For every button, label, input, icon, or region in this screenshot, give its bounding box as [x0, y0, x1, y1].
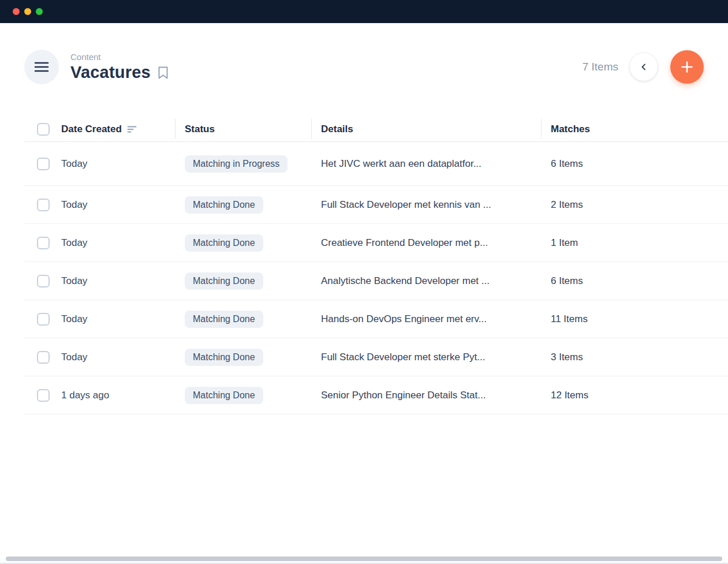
horizontal-scrollbar[interactable] — [6, 556, 722, 561]
column-header-date-created[interactable]: Date Created — [61, 117, 175, 141]
table-row[interactable]: Today Matching Done Creatieve Frontend D… — [24, 224, 728, 262]
select-all-checkbox[interactable] — [37, 123, 50, 136]
matches-cell: 6 Items — [541, 158, 728, 170]
details-cell: Analytische Backend Developer met ... — [311, 275, 541, 287]
date-created-cell: Today — [61, 158, 175, 170]
row-checkbox[interactable] — [37, 351, 50, 364]
table-row[interactable]: 1 days ago Matching Done Senior Python E… — [24, 376, 728, 414]
date-created-cell: 1 days ago — [61, 390, 175, 401]
row-checkbox[interactable] — [37, 313, 50, 326]
column-header-details[interactable]: Details — [311, 117, 541, 141]
status-cell: Matching Done — [175, 234, 311, 252]
table-row[interactable]: Today Matching in Progress Het JIVC werk… — [24, 142, 728, 186]
table-row[interactable]: Today Matching Done Full Stack Developer… — [24, 338, 728, 376]
row-checkbox-cell — [24, 389, 61, 402]
collapse-panel-button[interactable] — [630, 53, 658, 81]
row-checkbox-cell — [24, 313, 61, 326]
details-cell: Het JIVC werkt aan een dataplatfor... — [311, 158, 541, 170]
items-count: 7 Items — [583, 61, 618, 73]
breadcrumb: Content — [70, 52, 169, 62]
status-cell: Matching Done — [175, 311, 311, 328]
row-checkbox[interactable] — [37, 237, 50, 249]
matches-cell: 2 Items — [541, 199, 728, 211]
matches-cell: 1 Item — [541, 237, 728, 249]
zoom-window-icon[interactable] — [36, 8, 43, 15]
matches-cell: 6 Items — [541, 275, 728, 287]
column-header-details-label: Details — [321, 124, 353, 135]
sort-icon[interactable] — [127, 125, 137, 133]
plus-icon — [680, 59, 695, 74]
matches-cell: 3 Items — [541, 352, 728, 363]
row-checkbox[interactable] — [37, 389, 50, 402]
close-window-icon[interactable] — [13, 8, 20, 15]
row-checkbox[interactable] — [37, 275, 50, 287]
row-checkbox-cell — [24, 199, 61, 211]
add-item-button[interactable] — [670, 50, 704, 84]
chevron-left-icon — [638, 61, 649, 73]
status-badge: Matching Done — [185, 196, 263, 214]
vacatures-table: Date Created Status Details Matches Toda… — [0, 117, 728, 414]
row-checkbox[interactable] — [37, 158, 50, 170]
status-cell: Matching Done — [175, 272, 311, 290]
details-cell: Full Stack Developer met sterke Pyt... — [311, 352, 541, 363]
row-checkbox-cell — [24, 237, 61, 249]
details-cell: Creatieve Frontend Developer met p... — [311, 237, 541, 249]
table-row[interactable]: Today Matching Done Full Stack Developer… — [24, 186, 728, 224]
details-cell: Full Stack Developer met kennis van ... — [311, 199, 541, 211]
details-cell: Hands-on DevOps Engineer met erv... — [311, 313, 541, 325]
row-checkbox-cell — [24, 158, 61, 170]
table-header-row: Date Created Status Details Matches — [24, 117, 728, 142]
details-cell: Senior Python Engineer Details Stat... — [311, 390, 541, 401]
title-group: Content Vacatures — [70, 52, 169, 82]
status-cell: Matching Done — [175, 387, 311, 404]
column-header-status[interactable]: Status — [175, 117, 311, 141]
bookmark-button[interactable] — [158, 66, 169, 80]
table-row[interactable]: Today Matching Done Analytische Backend … — [24, 262, 728, 300]
status-cell: Matching in Progress — [175, 155, 311, 173]
matches-cell: 11 Items — [541, 313, 728, 325]
column-header-status-label: Status — [185, 124, 215, 135]
date-created-cell: Today — [61, 199, 175, 211]
status-badge: Matching Done — [185, 387, 263, 404]
status-badge: Matching Done — [185, 272, 263, 290]
date-created-cell: Today — [61, 237, 175, 249]
row-checkbox[interactable] — [37, 199, 50, 211]
matches-cell: 12 Items — [541, 390, 728, 401]
hamburger-icon — [34, 61, 49, 73]
date-created-cell: Today — [61, 275, 175, 287]
row-checkbox-cell — [24, 275, 61, 287]
window-title-bar — [0, 0, 728, 23]
row-checkbox-cell — [24, 351, 61, 364]
status-badge: Matching Done — [185, 234, 263, 252]
hamburger-menu-button[interactable] — [24, 50, 59, 84]
table-row[interactable]: Today Matching Done Hands-on DevOps Engi… — [24, 300, 728, 338]
header-checkbox-cell — [24, 117, 61, 141]
status-badge: Matching Done — [185, 311, 263, 328]
page-header: Content Vacatures 7 Items — [0, 23, 728, 84]
table-body: Today Matching in Progress Het JIVC werk… — [0, 142, 728, 414]
status-cell: Matching Done — [175, 196, 311, 214]
bookmark-icon — [158, 66, 169, 80]
column-header-date-label: Date Created — [61, 124, 122, 135]
status-cell: Matching Done — [175, 349, 311, 366]
date-created-cell: Today — [61, 352, 175, 363]
status-badge: Matching Done — [185, 349, 263, 366]
page-title: Vacatures — [70, 63, 151, 82]
date-created-cell: Today — [61, 313, 175, 325]
column-header-matches-label: Matches — [551, 124, 590, 135]
column-header-matches[interactable]: Matches — [541, 117, 728, 141]
minimize-window-icon[interactable] — [24, 8, 31, 15]
status-badge: Matching in Progress — [185, 155, 288, 173]
